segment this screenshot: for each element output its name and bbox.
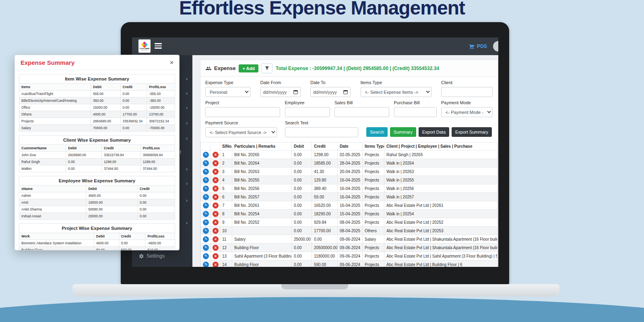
employee-input[interactable] — [285, 107, 330, 117]
summary-button[interactable]: Summary — [390, 127, 416, 137]
avatar[interactable] — [493, 41, 498, 52]
filter-employee: Employee — [285, 100, 330, 117]
table-row: ✎×8Bill No. 202540.0018290.0015-04-2025P… — [201, 210, 497, 218]
table-row: ✎×9Bill No. 202520.00929.8408-04-2025Pro… — [201, 218, 497, 227]
filter-button[interactable] — [262, 63, 272, 73]
edit-icon[interactable]: ✎ — [203, 219, 209, 225]
edit-icon[interactable]: ✎ — [203, 236, 209, 242]
delete-icon[interactable]: × — [213, 236, 219, 242]
date-to-input[interactable]: dd/mm/yyyy — [310, 87, 351, 97]
filter-label: Date To — [310, 80, 351, 85]
filter-date-from: Date From dd/mm/yyyy — [260, 80, 301, 97]
summary-col-header: Credit — [138, 186, 175, 192]
date-placeholder: dd/mm/yyyy — [313, 90, 337, 95]
payment-mode-select[interactable]: <- Payment Mode -> — [441, 107, 493, 117]
summary-col-header: Credit — [102, 145, 141, 152]
items-type-select[interactable]: <- Select Expense Items -> — [361, 87, 431, 97]
delete-icon[interactable]: × — [213, 202, 219, 208]
filter-label: Client — [441, 80, 493, 85]
edit-icon[interactable]: ✎ — [203, 152, 209, 158]
delete-icon[interactable]: × — [213, 211, 219, 217]
laptop-base-notch — [281, 284, 348, 289]
edit-icon[interactable]: ✎ — [203, 177, 209, 183]
summary-col-header: ProfitLoss — [147, 84, 175, 91]
sidebar-item-settings[interactable]: Settings — [138, 253, 165, 259]
chevron-right-icon[interactable]: › — [186, 76, 188, 81]
edit-icon[interactable]: ✎ — [203, 169, 209, 175]
search-text-input[interactable] — [285, 127, 358, 137]
summary-table: Client Wise Expense SummaryCustomerNameD… — [19, 135, 175, 172]
chevron-right-icon[interactable]: › — [186, 105, 188, 110]
chevron-right-icon[interactable]: › — [186, 136, 188, 141]
panel-header: Expense + Add Total Expense : -30599947.… — [200, 60, 497, 77]
delete-icon[interactable]: × — [213, 177, 219, 183]
delete-icon[interactable]: × — [213, 253, 219, 259]
project-input[interactable] — [205, 107, 280, 117]
panel-title: Expense — [205, 65, 235, 71]
filter-label: Payment Source — [205, 120, 277, 125]
date-from-input[interactable]: dd/mm/yyyy — [260, 87, 301, 97]
chevron-right-icon[interactable]: › — [186, 167, 188, 171]
table-row: ✎×1Bill No. 202650.001298.0002-05-2025Pr… — [201, 151, 497, 159]
filter-sales-bill: Sales Bill — [334, 100, 389, 117]
purchase-bill-input[interactable] — [394, 107, 437, 117]
edit-icon[interactable]: ✎ — [203, 186, 209, 192]
table-row: ✎×7Bill No. 202610.0016520.0016-04-2025P… — [201, 201, 497, 210]
edit-icon[interactable]: ✎ — [203, 262, 209, 267]
edit-icon[interactable]: ✎ — [203, 202, 209, 208]
edit-icon[interactable]: ✎ — [203, 211, 209, 217]
expense-type-select[interactable]: Personal — [205, 87, 250, 97]
filter-payment-source: Payment Source <- Select Payment Source … — [205, 120, 277, 137]
col-client: Client | Project | Employee | Sales | Pu… — [384, 142, 497, 151]
export-summary-button[interactable]: Export Summary — [452, 127, 492, 137]
app-logo[interactable]: LOGO NAME — [138, 39, 151, 53]
summary-sections: Item Wise Expense SummaryItemsDebitCredi… — [15, 70, 179, 250]
summary-col-header: Work — [19, 233, 94, 240]
chevron-right-icon[interactable]: › — [186, 221, 188, 225]
modal-header: Expense Summary × — [15, 55, 179, 70]
delete-icon[interactable]: × — [213, 228, 219, 234]
delete-icon[interactable]: × — [213, 186, 219, 192]
delete-icon[interactable]: × — [213, 245, 219, 251]
logo-subline — [141, 50, 148, 50]
payment-source-select[interactable]: <- Select Payment Source -> — [205, 127, 277, 137]
menu-toggle-icon[interactable] — [155, 43, 162, 50]
summary-row: Rahul Singh0.001298.001298.00 — [19, 159, 175, 165]
summary-col-header: ProfitLoss — [145, 233, 175, 240]
summary-section-title: Employee Wise Expense Summary — [19, 176, 175, 186]
logo-icon — [141, 41, 148, 48]
export-data-button[interactable]: Export Data — [419, 127, 449, 137]
search-button[interactable]: Search — [366, 127, 388, 137]
summary-col-header: Debit — [94, 233, 119, 240]
chevron-right-icon[interactable]: › — [186, 198, 188, 203]
chevron-right-icon[interactable]: › — [186, 181, 188, 186]
edit-icon[interactable]: ✎ — [203, 253, 209, 259]
pos-label: POS — [477, 43, 487, 49]
edit-icon[interactable]: ✎ — [203, 194, 209, 200]
table-row: ✎×12Building Floor0.0020500000.0009-06-2… — [201, 244, 497, 252]
chevron-right-icon[interactable]: › — [186, 121, 188, 126]
delete-icon[interactable]: × — [213, 152, 219, 158]
client-input[interactable] — [441, 87, 493, 97]
chevron-right-icon[interactable]: › — [186, 91, 188, 96]
summary-col-header: CustomerName — [19, 145, 66, 152]
sales-bill-input[interactable] — [334, 107, 389, 117]
edit-icon[interactable]: ✎ — [203, 160, 209, 166]
delete-icon[interactable]: × — [213, 194, 219, 200]
add-button[interactable]: + Add — [239, 64, 258, 72]
summary-table: Project Wise Expense SummaryWorkDebitCre… — [19, 223, 175, 250]
pos-link[interactable]: POS — [469, 37, 487, 55]
close-icon[interactable]: × — [170, 60, 173, 66]
table-row: ✎×2Bill No. 202640.0018585.0028-04-2025P… — [201, 159, 497, 167]
delete-icon[interactable]: × — [213, 219, 219, 225]
summary-row: Ankit Sharma50080.000.00 — [19, 206, 175, 213]
delete-icon[interactable]: × — [213, 169, 219, 175]
calendar-icon[interactable] — [293, 90, 298, 94]
edit-icon[interactable]: ✎ — [203, 245, 209, 251]
users-icon — [205, 66, 212, 71]
delete-icon[interactable]: × — [213, 262, 219, 267]
edit-icon[interactable]: ✎ — [203, 228, 209, 234]
calendar-icon[interactable] — [343, 90, 348, 94]
delete-icon[interactable]: × — [213, 160, 219, 166]
summary-col-header: ProfitLoss — [140, 145, 175, 152]
